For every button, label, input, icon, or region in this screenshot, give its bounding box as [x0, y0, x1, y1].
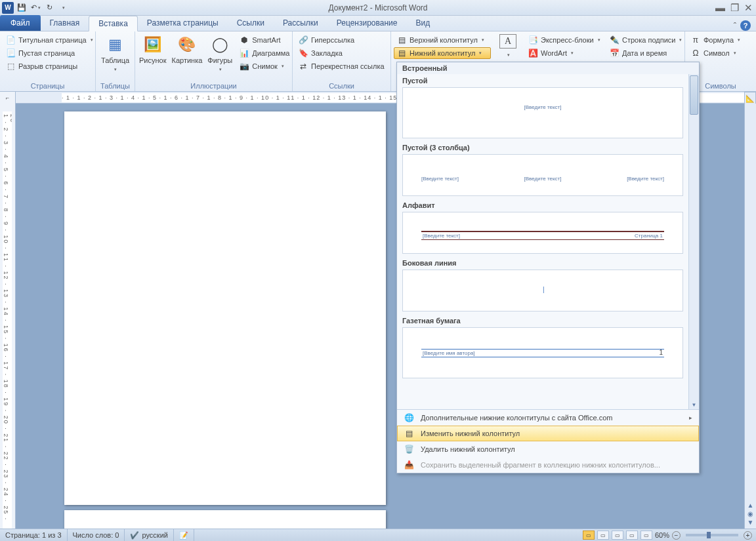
- smartart-icon: ⬢: [239, 35, 249, 45]
- gallery-save-selection: 📥 Сохранить выделенный фрагмент в коллек…: [397, 457, 699, 473]
- group-tables-label: Таблицы: [98, 81, 132, 91]
- minimize-icon[interactable]: ▬: [715, 2, 725, 13]
- browse-object-icon[interactable]: ◉: [747, 510, 753, 517]
- textbox-icon: A: [499, 34, 516, 49]
- smartart-button[interactable]: ⬢SmartArt: [236, 34, 292, 46]
- status-words[interactable]: Число слов: 0: [68, 529, 125, 541]
- gallery-scrollbar[interactable]: ▼: [688, 74, 699, 409]
- tab-layout[interactable]: Разметка страницы: [138, 15, 228, 31]
- restore-icon[interactable]: ❐: [730, 2, 739, 14]
- clipart-icon: 🎨: [177, 34, 198, 55]
- vertical-ruler[interactable]: 1 · 2 · 3 · 4 · 5 · 6 · 7 · 8 · 9 · 10 ·…: [0, 104, 16, 529]
- gallery-edit-footer[interactable]: ▤ Изменить нижний колонтитул: [397, 426, 699, 441]
- window-title: Документ2 - Microsoft Word: [0, 3, 756, 12]
- quickparts-button[interactable]: 📑Экспресс-блоки▾: [525, 34, 603, 46]
- picture-icon: 🖼️: [142, 34, 163, 55]
- tab-insert[interactable]: Вставка: [89, 16, 138, 31]
- view-outline[interactable]: ▭: [626, 531, 638, 540]
- gallery-more-office[interactable]: 🌐 Дополнительные нижние колонтитулы с са…: [397, 410, 699, 426]
- document-page[interactable]: [64, 510, 386, 529]
- textbox-button[interactable]: A ▾: [496, 33, 520, 59]
- blank-page-button[interactable]: 📃Пустая страница: [3, 47, 96, 59]
- hyperlink-button[interactable]: 🔗Гиперссылка: [295, 34, 387, 46]
- status-lang[interactable]: ✔️русский: [125, 529, 173, 541]
- gallery-item-empty3[interactable]: Пустой (3 столбца) [Введите текст] [Введ…: [397, 141, 688, 199]
- signature-button[interactable]: ✒️Строка подписи▾: [606, 34, 684, 46]
- screenshot-button[interactable]: 📷Снимок▾: [236, 60, 292, 72]
- view-fullscreen[interactable]: ▭: [597, 531, 609, 540]
- edit-footer-icon: ▤: [404, 428, 414, 439]
- blank-page-icon: 📃: [5, 48, 16, 58]
- break-icon: ⬚: [5, 61, 16, 71]
- save-selection-icon: 📥: [404, 460, 414, 470]
- view-draft[interactable]: ▭: [640, 531, 652, 540]
- crossref-button[interactable]: ⇄Перекрестная ссылка: [295, 60, 387, 72]
- symbol-button[interactable]: ΩСимвол▾: [688, 47, 743, 59]
- group-pages-label: Страницы: [3, 81, 93, 91]
- page-icon: 📄: [5, 35, 16, 45]
- gallery-item-alpha[interactable]: Алфавит [Введите текст] Страница 1: [397, 199, 688, 256]
- tab-view[interactable]: Вид: [406, 15, 439, 31]
- wordart-icon: 🅰️: [528, 48, 538, 58]
- table-icon: ▦: [105, 34, 126, 55]
- tab-home[interactable]: Главная: [41, 15, 89, 31]
- tab-file[interactable]: Файл: [0, 15, 41, 31]
- zoom-level[interactable]: 60%: [655, 531, 669, 539]
- prev-page-icon[interactable]: ▲: [747, 502, 754, 509]
- clipart-button[interactable]: 🎨 Картинка: [171, 33, 204, 66]
- footer-icon: ▤: [396, 48, 407, 58]
- header-button[interactable]: ▤Верхний колонтитул▾: [394, 34, 491, 46]
- zoom-in-button[interactable]: +: [744, 531, 752, 540]
- vertical-scrollbar[interactable]: ▲ ◉ ▼: [744, 104, 756, 529]
- close-icon[interactable]: ✕: [744, 2, 753, 14]
- title-bar: W 💾 ↶▾ ↻ ▾ Документ2 - Microsoft Word ▬ …: [0, 0, 756, 16]
- document-page[interactable]: [64, 111, 386, 505]
- insert-mode-icon: 📝: [179, 531, 188, 540]
- spellcheck-icon: ✔️: [130, 531, 139, 540]
- remove-footer-icon: 🗑️: [404, 444, 414, 454]
- status-track-changes[interactable]: 📝: [174, 529, 194, 541]
- office-icon: 🌐: [404, 412, 414, 423]
- footer-button[interactable]: ▤Нижний колонтитул▾: [394, 47, 491, 59]
- view-print-layout[interactable]: ▭: [583, 531, 595, 540]
- tab-references[interactable]: Ссылки: [228, 15, 274, 31]
- help-icon[interactable]: ?: [740, 20, 751, 31]
- tab-mailings[interactable]: Рассылки: [274, 15, 327, 31]
- ribbon-tabs: Файл Главная Вставка Разметка страницы С…: [0, 16, 756, 31]
- bookmark-button[interactable]: 🔖Закладка: [295, 47, 387, 59]
- gallery-item-newsprint[interactable]: Газетная бумага [Введите имя автора] 1: [397, 314, 688, 381]
- group-illustrations-label: Иллюстрации: [138, 81, 289, 91]
- shapes-button[interactable]: ◯ Фигуры▾: [206, 33, 234, 73]
- ruler-corner[interactable]: ⌐: [0, 92, 16, 104]
- gallery-item-sideline[interactable]: Боковая линия |: [397, 256, 688, 314]
- crossref-icon: ⇄: [298, 61, 308, 71]
- gallery-group-header: Встроенный: [397, 62, 699, 74]
- table-button[interactable]: ▦ Таблица▾: [98, 33, 132, 73]
- wordart-button[interactable]: 🅰️WordArt▾: [525, 47, 603, 59]
- equation-button[interactable]: πФормула▾: [688, 34, 743, 46]
- datetime-icon: 📅: [609, 48, 620, 58]
- gallery-remove-footer[interactable]: 🗑️ Удалить нижний колонтитул: [397, 441, 699, 457]
- chevron-right-icon: ▸: [689, 414, 692, 421]
- picture-button[interactable]: 🖼️ Рисунок: [138, 33, 168, 66]
- signature-icon: ✒️: [609, 35, 620, 45]
- shapes-icon: ◯: [209, 34, 230, 55]
- page-break-button[interactable]: ⬚Разрыв страницы: [3, 60, 96, 72]
- zoom-out-button[interactable]: −: [672, 531, 681, 540]
- symbol-icon: Ω: [690, 48, 701, 58]
- bookmark-icon: 🔖: [298, 48, 308, 58]
- quickparts-icon: 📑: [528, 35, 538, 45]
- chart-icon: 📊: [239, 48, 249, 58]
- next-page-icon[interactable]: ▼: [747, 519, 754, 526]
- status-page[interactable]: Страница: 1 из 3: [0, 529, 68, 541]
- group-links-label: Ссылки: [295, 81, 388, 91]
- datetime-button[interactable]: 📅Дата и время: [606, 47, 684, 59]
- ruler-toggle-icon[interactable]: 📐: [744, 92, 756, 105]
- view-web[interactable]: ▭: [612, 531, 623, 540]
- gallery-item-empty[interactable]: Пустой [Введите текст]: [397, 74, 688, 141]
- tab-review[interactable]: Рецензирование: [327, 15, 407, 31]
- chart-button[interactable]: 📊Диаграмма: [236, 47, 292, 59]
- zoom-slider[interactable]: [686, 534, 738, 536]
- cover-page-button[interactable]: 📄Титульная страница▾: [3, 34, 96, 46]
- collapse-ribbon-icon[interactable]: ˆ: [734, 21, 736, 31]
